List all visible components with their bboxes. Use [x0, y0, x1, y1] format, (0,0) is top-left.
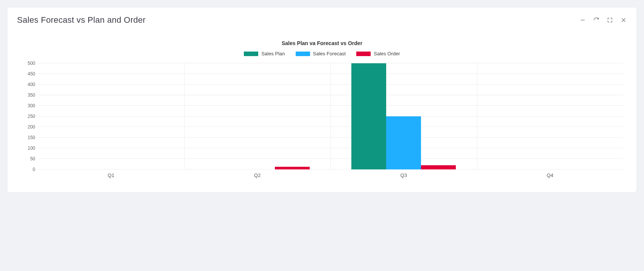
x-tick-label: Q3: [401, 172, 407, 178]
close-icon[interactable]: [620, 17, 627, 23]
bar-cluster: [351, 63, 456, 169]
bar-cluster: [498, 63, 602, 169]
category-group: Q3: [331, 63, 477, 169]
chart: Sales Plan va Forecast vs Order Sales Pl…: [17, 40, 627, 181]
bar-order[interactable]: [275, 167, 310, 169]
chart-card: Sales Forecast vs Plan and Order: [8, 8, 636, 192]
legend-swatch-order: [356, 52, 371, 56]
x-tick-label: Q1: [108, 172, 114, 178]
x-tick-label: Q4: [547, 172, 553, 178]
y-tick-label: 300: [17, 103, 35, 108]
y-tick-label: 500: [17, 61, 35, 66]
y-tick-label: 250: [17, 114, 35, 119]
y-tick-label: 200: [17, 124, 35, 130]
card-header: Sales Forecast vs Plan and Order: [17, 15, 627, 25]
category-group: Q2: [184, 63, 331, 169]
y-tick-label: 450: [17, 71, 35, 77]
legend-item-sales-forecast[interactable]: Sales Forecast: [296, 51, 346, 56]
chart-plot: Q1Q2Q3Q4 050100150200250300350400450500: [17, 60, 627, 181]
legend-item-sales-plan[interactable]: Sales Plan: [244, 51, 285, 56]
bar-cluster: [59, 63, 163, 169]
chart-legend: Sales Plan Sales Forecast Sales Order: [17, 51, 627, 56]
legend-swatch-plan: [244, 52, 258, 56]
category-group: Q1: [38, 63, 184, 169]
x-tick-label: Q2: [254, 172, 260, 178]
legend-swatch-forecast: [296, 52, 310, 56]
y-tick-label: 400: [17, 82, 35, 87]
y-tick-label: 350: [17, 92, 35, 98]
minimize-icon[interactable]: [579, 17, 586, 23]
fullscreen-icon[interactable]: [607, 17, 613, 23]
bar-order[interactable]: [421, 165, 456, 169]
card-title: Sales Forecast vs Plan and Order: [17, 15, 146, 25]
legend-label: Sales Plan: [261, 51, 285, 56]
refresh-icon[interactable]: [593, 17, 600, 23]
category-group: Q4: [477, 63, 624, 169]
bar-forecast[interactable]: [386, 116, 421, 169]
legend-item-sales-order[interactable]: Sales Order: [356, 51, 400, 56]
y-tick-label: 100: [17, 146, 35, 151]
y-tick-label: 50: [17, 156, 35, 161]
bar-plan[interactable]: [351, 63, 386, 169]
chart-title: Sales Plan va Forecast vs Order: [17, 40, 627, 46]
legend-label: Sales Forecast: [313, 51, 346, 56]
bar-cluster: [205, 63, 310, 169]
y-tick-label: 150: [17, 135, 35, 140]
y-tick-label: 0: [17, 167, 35, 172]
card-actions: [579, 17, 627, 23]
legend-label: Sales Order: [374, 51, 400, 56]
